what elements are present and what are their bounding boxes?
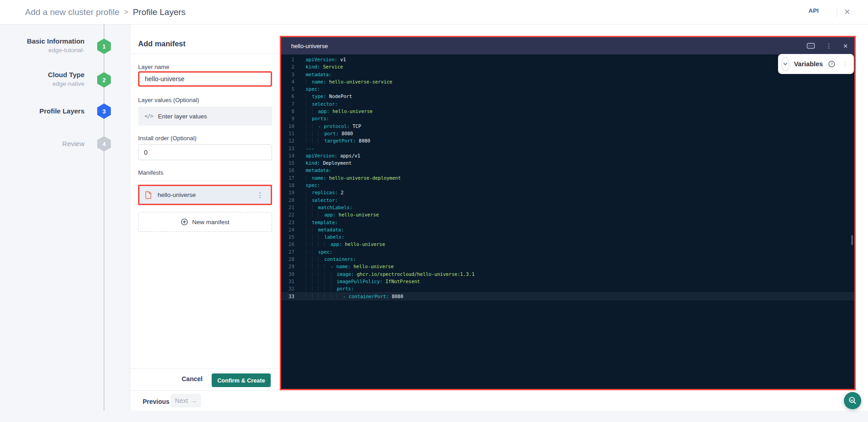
cancel-button[interactable]: Cancel	[182, 375, 203, 383]
api-button[interactable]: API	[808, 7, 819, 14]
help-circle-icon[interactable]: ?	[828, 60, 835, 68]
manifest-item-label: hello-universe	[158, 191, 249, 198]
previous-button[interactable]: Previous	[143, 398, 169, 405]
line-number: 12	[281, 137, 300, 144]
code-line-11[interactable]: 11 port: 8080	[281, 130, 854, 137]
code-line-12[interactable]: 12 targetPort: 8080	[281, 137, 854, 144]
code-line-26[interactable]: 26 app: hello-universe	[281, 240, 854, 248]
next-button[interactable]: Next →	[171, 394, 201, 407]
code-line-13[interactable]: 13---	[281, 145, 854, 152]
variables-collapse-button[interactable]	[782, 57, 789, 71]
manifest-list-item[interactable]: hello-universe ⋮	[138, 185, 272, 205]
line-number: 15	[281, 159, 300, 167]
breadcrumb-separator: >	[124, 8, 128, 16]
code-line-21[interactable]: 21 matchLabels:	[281, 204, 854, 211]
step-label: Review	[5, 139, 84, 148]
code-line-14[interactable]: 14apiVersion: apps/v1	[281, 152, 854, 159]
line-number: 23	[281, 219, 300, 226]
code-line-32[interactable]: 32 ports:	[281, 285, 854, 292]
divider	[130, 390, 280, 391]
line-number: 25	[281, 233, 300, 240]
code-line-2[interactable]: 2kind: Service	[281, 63, 854, 70]
manifest-kebab-menu-icon[interactable]: ⋮	[255, 191, 265, 199]
code-line-28[interactable]: 28 containers:	[281, 255, 854, 263]
code-editor-area[interactable]: 1apiVersion: v12kind: Service3metadata:4…	[281, 54, 854, 389]
variables-label: Variables	[794, 60, 823, 68]
code-line-15[interactable]: 15kind: Deployment	[281, 159, 854, 167]
code-line-29[interactable]: 29 - name: hello-universe	[281, 263, 854, 270]
code-line-20[interactable]: 20 selector:	[281, 196, 854, 204]
line-number: 32	[281, 285, 300, 292]
chevron-down-icon	[782, 61, 789, 67]
code-line-31[interactable]: 31 imagePullPolicy: IfNotPresent	[281, 278, 854, 285]
code-line-7[interactable]: 7 selector:	[281, 100, 854, 108]
code-line-27[interactable]: 27 spec:	[281, 248, 854, 255]
editor-title: hello-universe	[291, 43, 807, 49]
divider	[130, 54, 280, 54]
line-number: 28	[281, 255, 300, 263]
step-label: Cloud Type	[5, 70, 84, 79]
code-line-30[interactable]: 30 image: ghcr.io/spectrocloud/hello-uni…	[281, 270, 854, 278]
editor-kebab-menu-icon[interactable]: ⋮	[824, 42, 834, 50]
code-line-23[interactable]: 23 template:	[281, 219, 854, 226]
line-number: 5	[281, 85, 300, 93]
variables-kebab-menu-icon[interactable]: ⋮	[840, 60, 850, 68]
line-number: 8	[281, 108, 300, 115]
code-line-33[interactable]: 33 - containerPort: 8080	[281, 293, 854, 300]
confirm-create-button[interactable]: Confirm & Create	[212, 373, 271, 387]
code-lines: 1apiVersion: v12kind: Service3metadata:4…	[281, 56, 854, 300]
line-number: 4	[281, 78, 300, 85]
step-number-badge: 1	[97, 39, 111, 54]
line-number: 1	[281, 56, 300, 63]
editor-close-icon[interactable]: ✕	[843, 43, 848, 49]
code-line-8[interactable]: 8 app: hello-universe	[281, 108, 854, 115]
code-line-9[interactable]: 9 ports:	[281, 115, 854, 122]
code-line-10[interactable]: 10 - protocol: TCP	[281, 123, 854, 130]
close-icon[interactable]: ✕	[844, 7, 850, 18]
line-number: 22	[281, 211, 300, 218]
line-number: 16	[281, 167, 300, 174]
code-line-4[interactable]: 4 name: hello-universe-service	[281, 78, 854, 85]
code-line-1[interactable]: 1apiVersion: v1	[281, 56, 854, 63]
step-number-badge: 4	[97, 136, 111, 152]
code-line-16[interactable]: 16metadata:	[281, 167, 854, 174]
line-number: 13	[281, 145, 300, 152]
code-icon: </>	[144, 113, 153, 119]
code-line-17[interactable]: 17 name: hello-universe-deployment	[281, 174, 854, 182]
topbar-divider	[837, 7, 837, 17]
line-number: 9	[281, 115, 300, 122]
line-number: 21	[281, 204, 300, 211]
line-number: 31	[281, 278, 300, 285]
page: Add a new cluster profile > Profile Laye…	[0, 0, 868, 422]
line-number: 30	[281, 270, 300, 278]
step-label: Basic Information	[5, 37, 84, 45]
line-number: 29	[281, 263, 300, 270]
layer-name-input[interactable]	[138, 71, 272, 87]
divider	[130, 368, 280, 369]
breadcrumb-root[interactable]: Add a new cluster profile	[25, 7, 119, 17]
code-line-25[interactable]: 25 labels:	[281, 233, 854, 240]
install-order-input[interactable]	[138, 144, 272, 160]
line-number: 10	[281, 123, 300, 130]
layer-name-label: Layer name	[138, 64, 169, 70]
code-line-22[interactable]: 22 app: hello-universe	[281, 211, 854, 218]
line-number: 17	[281, 174, 300, 182]
svg-text:?: ?	[830, 62, 833, 66]
code-line-6[interactable]: 6 type: NodePort	[281, 93, 854, 100]
code-line-5[interactable]: 5spec:	[281, 85, 854, 93]
line-number: 3	[281, 71, 300, 78]
editor-scrollbar-thumb[interactable]	[851, 235, 853, 245]
line-number: 7	[281, 100, 300, 108]
new-manifest-button[interactable]: New manifest	[138, 212, 272, 232]
manifest-editor: hello-universe ⋮ ✕ 1apiVersion: v12kind:…	[280, 36, 856, 390]
code-line-3[interactable]: 3metadata:	[281, 71, 854, 78]
breadcrumb-current: Profile Layers	[133, 7, 185, 17]
code-line-24[interactable]: 24 metadata:	[281, 226, 854, 233]
plus-circle-icon	[181, 218, 188, 226]
help-search-fab[interactable]	[844, 392, 861, 409]
line-number: 11	[281, 130, 300, 137]
code-line-18[interactable]: 18spec:	[281, 182, 854, 189]
code-line-19[interactable]: 19 replicas: 2	[281, 189, 854, 196]
enter-layer-values-button[interactable]: </> Enter layer values	[138, 107, 272, 126]
split-view-icon[interactable]	[807, 43, 815, 49]
